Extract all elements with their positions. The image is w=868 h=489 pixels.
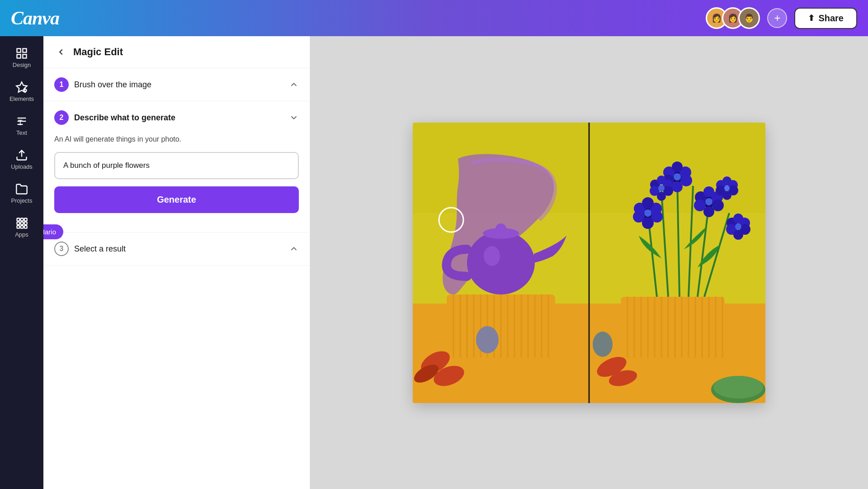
step3-header-left: 3 Select a result — [54, 242, 126, 256]
left-scene-svg — [413, 123, 589, 403]
step2-header[interactable]: 2 Describe what to generate — [43, 101, 310, 134]
step3-section: 3 Select a result — [43, 233, 310, 266]
svg-rect-12 — [21, 218, 24, 221]
sidebar-item-text[interactable]: T Text — [3, 109, 41, 142]
sidebar-item-projects[interactable]: Projects — [3, 177, 41, 209]
svg-point-110 — [733, 214, 743, 223]
tooltip-label: Mario — [43, 224, 63, 239]
step1-header-left: 1 Brush over the image — [54, 77, 151, 92]
svg-point-105 — [658, 185, 665, 191]
svg-point-98 — [705, 198, 712, 205]
svg-point-88 — [672, 161, 683, 172]
generate-button[interactable]: Generate — [54, 186, 299, 213]
step2-number: 2 — [54, 110, 69, 125]
sidebar-item-apps[interactable]: Apps — [3, 211, 41, 243]
app-header: Canva 👩 👩 👨 + ⬆ Share — [0, 0, 868, 36]
svg-rect-14 — [17, 222, 20, 225]
svg-point-103 — [657, 176, 666, 185]
sidebar-text-label: Text — [16, 129, 27, 136]
step1-section: 1 Brush over the image — [43, 68, 310, 101]
avatar-3[interactable]: 👨 — [738, 7, 760, 29]
svg-point-90 — [674, 173, 681, 180]
svg-point-43 — [476, 326, 499, 353]
svg-rect-19 — [24, 226, 27, 228]
step2-header-left: 2 Describe what to generate — [54, 110, 175, 125]
svg-point-97 — [703, 206, 714, 217]
sidebar-item-design[interactable]: Design — [3, 42, 41, 74]
panel-header: Magic Edit — [43, 36, 310, 68]
panel-title: Magic Edit — [73, 46, 123, 58]
svg-marker-4 — [16, 82, 27, 92]
svg-rect-15 — [21, 222, 24, 225]
generate-button-container: Generate Mario — [54, 179, 299, 221]
right-scene-svg — [589, 123, 765, 403]
main-content: Design Elements T Text Uploads — [0, 36, 868, 489]
share-label: Share — [818, 13, 844, 24]
svg-point-119 — [724, 185, 730, 191]
svg-rect-13 — [24, 218, 27, 221]
svg-point-117 — [722, 176, 731, 185]
sidebar-design-label: Design — [13, 62, 31, 68]
svg-point-123 — [713, 376, 763, 399]
step2-chevron-icon — [289, 113, 299, 123]
step1-chevron-icon — [289, 80, 299, 90]
svg-point-81 — [642, 217, 654, 229]
step2-description: An AI will generate things in your photo… — [54, 134, 299, 145]
svg-point-112 — [735, 223, 741, 230]
step3-number: 3 — [54, 242, 69, 256]
sidebar-item-uploads[interactable]: Uploads — [3, 143, 41, 176]
svg-rect-1 — [23, 49, 26, 52]
back-button[interactable] — [54, 45, 68, 59]
step1-number: 1 — [54, 77, 69, 92]
sidebar-apps-label: Apps — [15, 231, 28, 238]
share-button[interactable]: ⬆ Share — [794, 8, 857, 29]
step1-header[interactable]: 1 Brush over the image — [43, 68, 310, 101]
svg-rect-2 — [17, 54, 21, 58]
svg-rect-3 — [23, 54, 26, 58]
svg-rect-17 — [17, 226, 20, 228]
sidebar-item-elements[interactable]: Elements — [3, 76, 41, 108]
magic-edit-panel: Magic Edit 1 Brush over the image 2 Desc… — [43, 36, 310, 489]
svg-point-96 — [703, 186, 714, 197]
svg-point-80 — [642, 197, 654, 209]
svg-point-46 — [495, 223, 506, 234]
sidebar-nav: Design Elements T Text Uploads — [0, 36, 43, 489]
canva-logo: Canva — [11, 7, 59, 29]
step2-content: An AI will generate things in your photo… — [43, 134, 310, 232]
svg-point-82 — [644, 209, 651, 217]
step2-section: 2 Describe what to generate An AI will g… — [43, 101, 310, 233]
step3-header[interactable]: 3 Select a result — [43, 233, 310, 265]
svg-point-47 — [484, 246, 500, 266]
add-collaborator-button[interactable]: + — [767, 8, 787, 28]
svg-point-118 — [722, 191, 731, 200]
step3-title: Select a result — [74, 244, 126, 254]
svg-rect-11 — [17, 218, 20, 221]
svg-text:T: T — [18, 119, 23, 127]
left-image — [413, 123, 589, 403]
step2-title: Describe what to generate — [74, 113, 175, 123]
svg-point-111 — [733, 230, 743, 240]
right-image — [589, 123, 765, 403]
prompt-input[interactable] — [54, 152, 299, 179]
comparison-container — [413, 123, 765, 403]
sidebar-uploads-label: Uploads — [11, 163, 33, 170]
svg-point-89 — [672, 181, 683, 192]
svg-point-44 — [467, 231, 535, 294]
share-icon: ⬆ — [808, 13, 815, 23]
sidebar-elements-label: Elements — [9, 95, 34, 102]
svg-rect-18 — [21, 226, 24, 228]
sidebar-projects-label: Projects — [11, 197, 33, 204]
svg-point-124 — [593, 332, 613, 357]
collaborators-avatars: 👩 👩 👨 — [706, 7, 760, 29]
svg-point-104 — [657, 192, 666, 201]
svg-rect-0 — [17, 49, 21, 52]
step1-title: Brush over the image — [74, 80, 151, 90]
comparison-divider — [589, 123, 590, 403]
svg-rect-16 — [24, 222, 27, 225]
step3-chevron-icon — [289, 244, 299, 254]
canvas-area[interactable] — [310, 36, 868, 489]
header-right: 👩 👩 👨 + ⬆ Share — [706, 7, 857, 29]
